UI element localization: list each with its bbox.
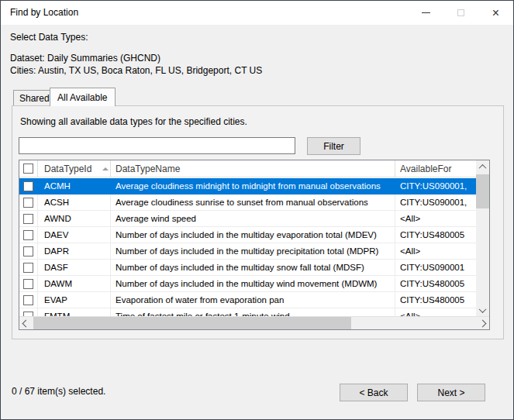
row-checkbox[interactable] xyxy=(19,195,38,211)
row-id: DAPR xyxy=(38,243,111,260)
checkbox-icon xyxy=(23,295,33,305)
row-id: ACSH xyxy=(38,195,111,211)
row-available: CITY:US090001 xyxy=(395,260,476,276)
vertical-scrollbar-thumb[interactable] xyxy=(476,174,489,208)
row-name: Number of days included in the multiday … xyxy=(111,243,395,260)
table-rows: ACMH Average cloudiness midnight to midn… xyxy=(19,178,476,318)
scroll-left-button[interactable] xyxy=(19,317,33,330)
cities-label: Cities: Austin, TX US, Boca Raton, FL US… xyxy=(10,65,262,76)
filter-input[interactable] xyxy=(19,137,295,154)
minimize-icon xyxy=(422,12,430,13)
table-row[interactable]: AWND Average wind speed <All> xyxy=(19,211,476,227)
row-id: AWND xyxy=(38,211,111,227)
row-available: CITY:US480005 xyxy=(395,227,476,243)
row-available: <All> xyxy=(395,211,476,227)
row-available: <All> xyxy=(395,243,476,260)
table-row[interactable]: DAEV Number of days included in the mult… xyxy=(19,227,476,243)
table-row[interactable]: ACMH Average cloudiness midnight to midn… xyxy=(19,178,476,195)
row-checkbox[interactable] xyxy=(19,178,38,195)
row-name: Number of days included in the multiday … xyxy=(111,227,395,243)
column-header-availablefor[interactable]: AvailableFor xyxy=(395,160,476,177)
row-name: Number of days included in the multiday … xyxy=(111,260,395,276)
dataset-label: Dataset: Daily Summaries (GHCND) xyxy=(10,53,160,64)
maximize-icon xyxy=(457,9,464,16)
column-header-label: DataTypeName xyxy=(116,164,180,174)
filter-button[interactable]: Filter xyxy=(307,137,360,155)
chevron-down-icon xyxy=(479,305,487,313)
row-name: Average cloudiness midnight to midnight … xyxy=(111,178,395,195)
row-checkbox[interactable] xyxy=(19,243,38,260)
select-all-checkbox[interactable] xyxy=(19,160,38,177)
select-data-types-label: Select Data Types: xyxy=(10,32,88,43)
row-checkbox[interactable] xyxy=(19,260,38,276)
row-checkbox[interactable] xyxy=(19,276,38,292)
column-header-label: DataTypeId xyxy=(44,164,91,174)
titlebar[interactable]: Find by Location × xyxy=(1,1,513,25)
checkbox-icon xyxy=(23,164,33,174)
row-name: Evaporation of water from evaporation pa… xyxy=(111,292,395,308)
close-icon: × xyxy=(492,7,499,19)
column-header-datatypeid[interactable]: DataTypeId xyxy=(38,160,111,177)
table-row[interactable]: DAWM Number of days included in the mult… xyxy=(19,276,476,292)
row-available: CITY:US090001, xyxy=(395,178,476,195)
checkbox-icon xyxy=(23,198,33,208)
table-row[interactable]: DASF Number of days included in the mult… xyxy=(19,260,476,276)
table-row[interactable]: DAPR Number of days included in the mult… xyxy=(19,243,476,260)
back-button[interactable]: < Back xyxy=(340,384,408,401)
checkbox-icon xyxy=(23,181,33,191)
selection-status: 0 / 67 item(s) selected. xyxy=(12,386,105,397)
row-id: ACMH xyxy=(38,178,111,195)
checkbox-icon xyxy=(23,279,33,289)
data-types-table: DataTypeId DataTypeName AvailableFor ACM… xyxy=(19,160,490,330)
row-id: DAEV xyxy=(38,227,111,243)
row-name: Average wind speed xyxy=(111,211,395,227)
column-header-label: AvailableFor xyxy=(400,164,451,174)
table-row[interactable]: EVAP Evaporation of water from evaporati… xyxy=(19,292,476,308)
scroll-down-button[interactable] xyxy=(476,304,489,317)
checkbox-icon xyxy=(23,263,33,273)
scroll-up-button[interactable] xyxy=(476,160,489,174)
row-name: Number of days included in the multiday … xyxy=(111,276,395,292)
chevron-up-icon xyxy=(479,164,487,172)
row-available: CITY:US090001, xyxy=(395,195,476,211)
column-header-datatypename[interactable]: DataTypeName xyxy=(111,160,395,177)
checkbox-icon xyxy=(23,230,33,240)
table-header-row: DataTypeId DataTypeName AvailableFor xyxy=(19,160,476,177)
tab-page-all-available: Showing all available data types for the… xyxy=(12,105,504,339)
next-button[interactable]: Next > xyxy=(417,384,485,401)
minimize-button[interactable] xyxy=(409,1,443,25)
tab-all-available[interactable]: All Available xyxy=(50,88,116,106)
sort-ascending-icon xyxy=(102,167,109,170)
row-name: Average cloudiness sunrise to sunset fro… xyxy=(111,195,395,211)
row-checkbox[interactable] xyxy=(19,292,38,308)
find-by-location-dialog: Find by Location × Select Data Types: Da… xyxy=(0,0,514,420)
row-id: DASF xyxy=(38,260,111,276)
maximize-button xyxy=(443,1,478,25)
row-available: CITY:US480005 xyxy=(395,276,476,292)
window-title: Find by Location xyxy=(10,7,78,18)
chevron-right-icon xyxy=(479,320,487,328)
checkbox-icon xyxy=(23,214,33,224)
tab-page-description: Showing all available data types for the… xyxy=(20,116,247,127)
vertical-scrollbar[interactable] xyxy=(476,160,489,317)
table-row[interactable]: ACSH Average cloudiness sunrise to sunse… xyxy=(19,195,476,211)
checkbox-icon xyxy=(23,246,33,256)
row-checkbox[interactable] xyxy=(19,227,38,243)
chevron-left-icon xyxy=(22,320,30,328)
row-available: CITY:US480005 xyxy=(395,292,476,308)
row-id: EVAP xyxy=(38,292,111,308)
scroll-right-button[interactable] xyxy=(476,317,489,330)
row-checkbox[interactable] xyxy=(19,211,38,227)
row-id: DAWM xyxy=(38,276,111,292)
horizontal-scrollbar-thumb[interactable] xyxy=(33,317,351,329)
close-button[interactable]: × xyxy=(478,1,513,25)
horizontal-scrollbar[interactable] xyxy=(19,316,489,329)
